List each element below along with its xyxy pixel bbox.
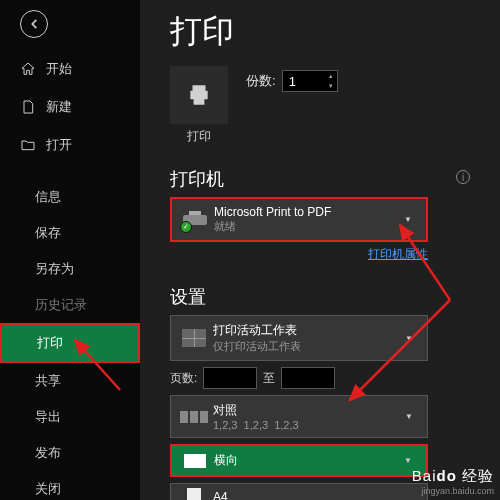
collate-icon bbox=[179, 411, 209, 423]
copies-up[interactable]: ▲ bbox=[325, 71, 337, 81]
nav-open[interactable]: 打开 bbox=[0, 126, 140, 164]
nav-new[interactable]: 新建 bbox=[0, 88, 140, 126]
pages-to-label: 至 bbox=[263, 370, 275, 387]
back-arrow-icon bbox=[27, 17, 41, 31]
nav-publish[interactable]: 发布 bbox=[0, 435, 140, 471]
pages-to-input[interactable] bbox=[281, 367, 335, 389]
collate-sub: 1,2,3 1,2,3 1,2,3 bbox=[213, 419, 405, 431]
open-icon bbox=[20, 137, 36, 153]
page-title: 打印 bbox=[170, 10, 500, 54]
nav-open-label: 打开 bbox=[46, 136, 72, 154]
print-button-label: 打印 bbox=[170, 128, 228, 145]
nav-saveas[interactable]: 另存为 bbox=[0, 251, 140, 287]
paper-icon bbox=[179, 488, 209, 500]
copies-input[interactable]: 1 ▲▼ bbox=[282, 70, 338, 92]
back-button[interactable] bbox=[20, 10, 48, 38]
printer-status: 就绪 bbox=[214, 219, 404, 234]
print-button[interactable]: 打印 bbox=[170, 66, 228, 145]
orientation-label: 横向 bbox=[214, 452, 404, 469]
nav-save[interactable]: 保存 bbox=[0, 215, 140, 251]
printer-heading: 打印机 i bbox=[170, 167, 500, 191]
copies-value: 1 bbox=[289, 74, 296, 89]
print-scope-dropdown[interactable]: 打印活动工作表 仅打印活动工作表 ▼ bbox=[170, 315, 428, 361]
copies-down[interactable]: ▼ bbox=[325, 81, 337, 91]
nav-close[interactable]: 关闭 bbox=[0, 471, 140, 500]
paper-dropdown[interactable]: A4 bbox=[170, 483, 428, 500]
copies-control: 份数: 1 ▲▼ bbox=[246, 70, 338, 92]
collate-title: 对照 bbox=[213, 402, 405, 419]
scope-title: 打印活动工作表 bbox=[213, 322, 405, 339]
paper-label: A4 bbox=[213, 490, 419, 500]
collate-dropdown[interactable]: 对照 1,2,3 1,2,3 1,2,3 ▼ bbox=[170, 395, 428, 438]
nav-share[interactable]: 共享 bbox=[0, 363, 140, 399]
backstage-sidebar: 开始 新建 打开 信息 保存 另存为 历史记录 打印 共享 导出 发布 关闭 bbox=[0, 0, 140, 500]
orientation-dropdown[interactable]: 横向 ▼ bbox=[170, 444, 428, 477]
pages-label: 页数: bbox=[170, 370, 197, 387]
settings-heading: 设置 bbox=[170, 285, 500, 309]
info-icon[interactable]: i bbox=[456, 170, 470, 184]
printer-name: Microsoft Print to PDF bbox=[214, 205, 404, 219]
nav-new-label: 新建 bbox=[46, 98, 72, 116]
sheets-icon bbox=[179, 329, 209, 347]
new-icon bbox=[20, 99, 36, 115]
nav-print[interactable]: 打印 bbox=[0, 323, 140, 363]
pages-from-input[interactable] bbox=[203, 367, 257, 389]
watermark: Baido 经验 jingyan.baidu.com bbox=[412, 467, 494, 496]
printer-dropdown[interactable]: ✓ Microsoft Print to PDF 就绪 ▼ bbox=[170, 197, 428, 242]
chevron-down-icon: ▼ bbox=[405, 334, 419, 343]
home-icon bbox=[20, 61, 36, 77]
chevron-down-icon: ▼ bbox=[404, 215, 418, 224]
printer-icon bbox=[185, 82, 213, 108]
chevron-down-icon: ▼ bbox=[404, 456, 418, 465]
print-panel: 打印 打印 份数: 1 ▲▼ 打印机 i ✓ Microsoft Print t… bbox=[140, 0, 500, 500]
nav-export[interactable]: 导出 bbox=[0, 399, 140, 435]
nav-home-label: 开始 bbox=[46, 60, 72, 78]
copies-label: 份数: bbox=[246, 72, 276, 90]
orientation-icon bbox=[180, 454, 210, 468]
chevron-down-icon: ▼ bbox=[405, 412, 419, 421]
nav-history: 历史记录 bbox=[0, 287, 140, 323]
printer-status-icon: ✓ bbox=[180, 211, 210, 229]
printer-properties-link[interactable]: 打印机属性 bbox=[368, 247, 428, 261]
nav-home[interactable]: 开始 bbox=[0, 50, 140, 88]
pages-row: 页数: 至 bbox=[170, 367, 428, 389]
scope-sub: 仅打印活动工作表 bbox=[213, 339, 405, 354]
nav-info[interactable]: 信息 bbox=[0, 179, 140, 215]
